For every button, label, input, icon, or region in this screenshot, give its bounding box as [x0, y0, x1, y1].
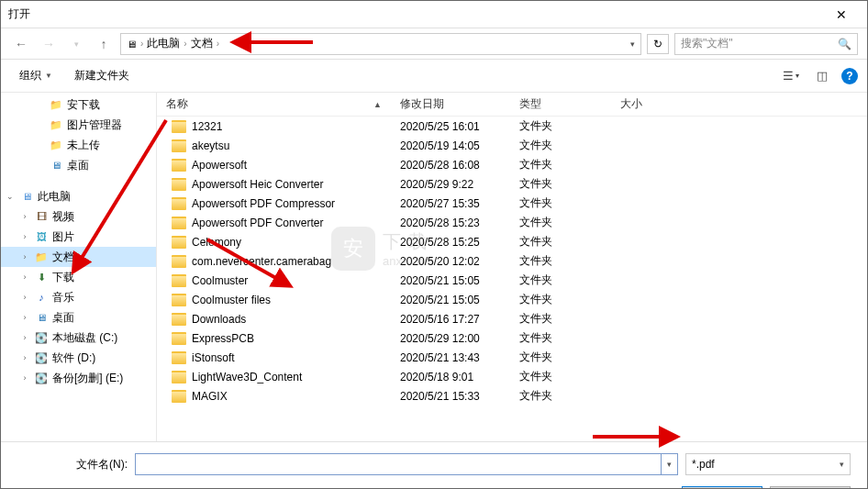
- file-name: Downloads: [192, 313, 246, 326]
- chevron-right-icon[interactable]: ›: [19, 272, 30, 282]
- folder-icon: [172, 332, 186, 345]
- preview-pane-button[interactable]: ◫: [810, 66, 834, 86]
- file-row[interactable]: 123212020/5/25 16:01文件夹: [157, 117, 867, 136]
- file-row[interactable]: Downloads2020/5/16 17:27文件夹: [157, 309, 867, 328]
- folder-icon: [172, 159, 186, 172]
- chevron-down-icon[interactable]: ⌄: [5, 192, 16, 201]
- desk-icon: 🖥: [34, 311, 49, 324]
- sidebar-item[interactable]: ·📁安下载: [1, 94, 156, 115]
- file-name: Apowersoft PDF Converter: [192, 217, 323, 229]
- chevron-right-icon: ›: [217, 39, 219, 49]
- file-name: Celemony: [192, 236, 241, 249]
- sidebar-item[interactable]: ›♪音乐: [1, 287, 156, 307]
- file-row[interactable]: Apowersoft Heic Converter2020/5/29 9:22文…: [157, 174, 867, 194]
- filename-input[interactable]: [135, 453, 662, 475]
- up-button[interactable]: ↑: [93, 33, 115, 55]
- file-name: akeytsu: [192, 139, 229, 152]
- file-type: 文件夹: [510, 253, 611, 269]
- folder-icon: 📁: [49, 139, 63, 151]
- file-date: 2020/5/21 15:05: [391, 274, 510, 287]
- pc-icon: 🖥: [127, 39, 137, 50]
- forward-button[interactable]: →: [38, 33, 60, 55]
- chevron-right-icon[interactable]: ›: [19, 252, 30, 261]
- desk-icon: 🖥: [49, 159, 63, 172]
- sidebar-item[interactable]: ›🖥桌面: [1, 307, 156, 328]
- sidebar-item[interactable]: ›⬇下载: [1, 267, 156, 287]
- filetype-filter[interactable]: *.pdf ▾: [685, 453, 851, 475]
- sidebar-item[interactable]: ·🖥桌面: [1, 155, 156, 175]
- file-row[interactable]: akeytsu2020/5/19 14:05文件夹: [157, 136, 867, 155]
- chevron-right-icon[interactable]: ›: [19, 333, 30, 342]
- sidebar-item-label: 下载: [52, 270, 74, 285]
- column-type[interactable]: 类型: [510, 96, 611, 112]
- file-type: 文件夹: [510, 138, 611, 153]
- search-box[interactable]: 搜索"文档" 🔍: [674, 33, 858, 55]
- file-row[interactable]: Coolmuster2020/5/21 15:05文件夹: [157, 271, 867, 290]
- folder-icon: [172, 120, 186, 133]
- chevron-right-icon[interactable]: ›: [19, 373, 30, 383]
- file-row[interactable]: iStonsoft2020/5/21 13:43文件夹: [157, 348, 867, 367]
- recent-dropdown[interactable]: ▾: [65, 33, 87, 55]
- folder-icon: [172, 313, 186, 326]
- file-type: 文件夹: [510, 311, 611, 327]
- file-row[interactable]: LightWave3D_Content2020/5/18 9:01文件夹: [157, 367, 867, 386]
- sidebar-item[interactable]: ›💽软件 (D:): [1, 348, 156, 368]
- chevron-right-icon[interactable]: ›: [19, 232, 30, 241]
- file-type: 文件夹: [510, 215, 611, 230]
- sidebar-item[interactable]: ›🖼图片: [1, 227, 156, 247]
- column-size[interactable]: 大小: [611, 96, 684, 112]
- file-date: 2020/5/16 17:27: [391, 313, 510, 326]
- column-name[interactable]: 名称 ▲: [157, 96, 391, 112]
- file-list[interactable]: 名称 ▲ 修改日期 类型 大小 123212020/5/25 16:01文件夹a…: [157, 93, 867, 441]
- file-row[interactable]: Coolmuster files2020/5/21 15:05文件夹: [157, 290, 867, 309]
- organize-button[interactable]: 组织 ▼: [10, 64, 61, 87]
- chevron-right-icon[interactable]: ›: [19, 293, 30, 302]
- file-date: 2020/5/21 13:43: [391, 351, 510, 364]
- file-row[interactable]: Celemony2020/5/28 15:25文件夹: [157, 232, 867, 251]
- view-button[interactable]: ☰▾: [779, 66, 803, 86]
- file-name: Apowersoft: [192, 159, 247, 172]
- sidebar-item[interactable]: ›💽本地磁盘 (C:): [1, 328, 156, 348]
- column-date[interactable]: 修改日期: [391, 96, 510, 112]
- drive-icon: 💽: [34, 331, 49, 344]
- file-type: 文件夹: [510, 272, 611, 288]
- file-type: 文件夹: [510, 157, 611, 172]
- chevron-right-icon: ›: [184, 39, 186, 49]
- sidebar-item[interactable]: ⌄🖥此电脑: [1, 186, 156, 206]
- file-row[interactable]: com.nevercenter.camerabag2020/5/20 12:02…: [157, 251, 867, 271]
- sidebar-item[interactable]: ›📁文档: [1, 247, 156, 267]
- sidebar-item[interactable]: ·📁图片管理器: [1, 115, 156, 135]
- video-icon: 🎞: [34, 210, 49, 223]
- file-row[interactable]: MAGIX2020/5/21 15:33文件夹: [157, 386, 867, 406]
- file-row[interactable]: Apowersoft PDF Compressor2020/5/27 15:35…: [157, 194, 867, 213]
- sidebar-item[interactable]: ›💽备份[勿删] (E:): [1, 368, 156, 388]
- folder-icon: [172, 255, 186, 268]
- refresh-button[interactable]: ↻: [647, 34, 669, 54]
- search-placeholder: 搜索"文档": [681, 36, 733, 51]
- search-icon[interactable]: 🔍: [838, 38, 851, 50]
- folder-icon: 📁: [49, 98, 63, 111]
- file-name: 12321: [192, 120, 222, 133]
- sidebar-item[interactable]: ›🎞视频: [1, 206, 156, 227]
- file-date: 2020/5/19 14:05: [391, 139, 510, 152]
- file-row[interactable]: Apowersoft PDF Converter2020/5/28 15:23文…: [157, 213, 867, 232]
- address-bar[interactable]: 🖥 › 此电脑 › 文档 › ▾: [120, 33, 641, 55]
- file-row[interactable]: Apowersoft2020/5/28 16:08文件夹: [157, 155, 867, 174]
- chevron-right-icon[interactable]: ›: [19, 353, 30, 362]
- breadcrumb-root[interactable]: 此电脑: [147, 36, 180, 51]
- chevron-right-icon[interactable]: ›: [19, 212, 30, 221]
- back-button[interactable]: ←: [10, 33, 32, 55]
- help-icon[interactable]: ?: [841, 68, 858, 84]
- address-dropdown-icon[interactable]: ▾: [630, 39, 635, 49]
- file-row[interactable]: ExpressPCB2020/5/29 12:00文件夹: [157, 328, 867, 348]
- file-date: 2020/5/21 15:33: [391, 390, 510, 403]
- chevron-right-icon[interactable]: ›: [19, 313, 30, 322]
- sidebar-item[interactable]: ·📁未上传: [1, 135, 156, 155]
- close-button[interactable]: ✕: [823, 2, 860, 28]
- filename-dropdown[interactable]: ▾: [662, 453, 678, 475]
- breadcrumb-current[interactable]: 文档: [191, 36, 213, 51]
- sidebar[interactable]: ·📁安下载·📁图片管理器·📁未上传·🖥桌面⌄🖥此电脑›🎞视频›🖼图片›📁文档›⬇…: [1, 93, 157, 441]
- file-type: 文件夹: [510, 118, 611, 134]
- new-folder-button[interactable]: 新建文件夹: [65, 64, 139, 87]
- file-type: 文件夹: [510, 195, 611, 211]
